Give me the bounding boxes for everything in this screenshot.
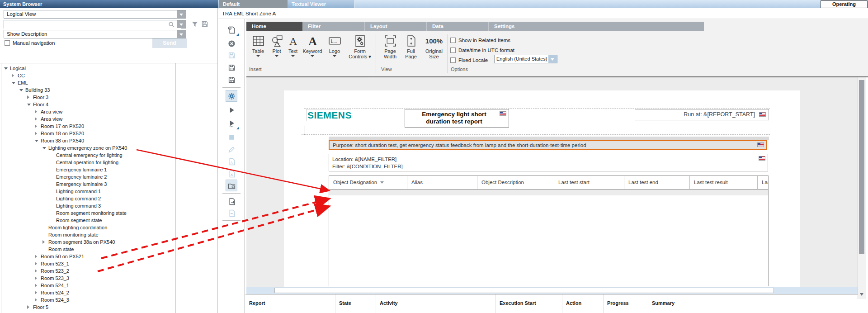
- collapse-arrow-icon[interactable]: [35, 140, 41, 142]
- locale-dropdown[interactable]: English (United States): [494, 55, 557, 63]
- run-at-box[interactable]: Run at: &[REPORT_START]: [635, 109, 769, 120]
- keyword-button[interactable]: AKeyword: [301, 33, 324, 64]
- execution-column-execution-start[interactable]: Execution Start: [496, 294, 562, 313]
- collapse-arrow-icon[interactable]: [27, 104, 33, 106]
- chevron-down-icon[interactable]: [177, 20, 186, 28]
- tree-item-central-emergency-for-lighting[interactable]: Central emergency for lighting: [1, 152, 175, 159]
- report-column-last-test-end[interactable]: Last test end: [624, 176, 690, 189]
- collapse-arrow-icon[interactable]: [19, 89, 25, 91]
- tree-item-eml[interactable]: EML: [1, 79, 175, 86]
- tree-item-room-524-2[interactable]: Room 524_2: [1, 289, 175, 296]
- expand-arrow-icon[interactable]: [35, 269, 41, 273]
- execution-column-report[interactable]: Report: [245, 294, 335, 313]
- tree-item-floor-5[interactable]: Floor 5: [1, 304, 175, 311]
- chevron-down-icon[interactable]: [291, 55, 295, 57]
- tree-item-room-50-on-px521[interactable]: Room 50 on PX521: [1, 253, 175, 260]
- show-in-related-items-checkbox[interactable]: [450, 38, 456, 43]
- tree-item-lighting-emergency-zone-on-px540[interactable]: Lighting emergency zone on PX540: [1, 144, 175, 152]
- save-data-icon[interactable]: [226, 74, 237, 85]
- table-button[interactable]: Table: [249, 33, 267, 64]
- filter-icon[interactable]: [191, 21, 198, 28]
- save-icon[interactable]: [226, 50, 237, 61]
- report-table-empty-row[interactable]: [329, 190, 768, 195]
- tree-item-room-18-on-px520[interactable]: Room 18 on PX520: [1, 130, 175, 137]
- report-title-box[interactable]: Emergency light short duration test repo…: [405, 109, 509, 128]
- horizontal-scrollbar-thumb[interactable]: [274, 288, 774, 293]
- expand-arrow-icon[interactable]: [12, 74, 18, 77]
- tree-item-floor-4[interactable]: Floor 4: [1, 101, 175, 108]
- execution-column-summary[interactable]: Summary: [648, 294, 858, 313]
- tree-item-room-segment-monitoring-state[interactable]: Room segment monitoring state: [1, 209, 175, 217]
- search-input[interactable]: [4, 20, 181, 29]
- expand-arrow-icon[interactable]: [35, 124, 41, 128]
- expand-arrow-icon[interactable]: [35, 284, 41, 287]
- tree-item-room-523-3[interactable]: Room 523_3: [1, 275, 175, 282]
- view-selector[interactable]: Logical View: [4, 10, 186, 19]
- viewer-tab-default[interactable]: Default: [219, 0, 288, 8]
- tree-item-room-segment-state[interactable]: Room segment state: [1, 217, 175, 224]
- vertical-scrollbar-thumb[interactable]: [859, 80, 864, 254]
- execution-column-activity[interactable]: Activity: [376, 294, 496, 313]
- expand-arrow-icon[interactable]: [35, 276, 41, 280]
- viewer-tab-textual-viewer[interactable]: Textual Viewer: [288, 0, 355, 8]
- collapse-arrow-icon[interactable]: [4, 67, 10, 70]
- cancel-icon[interactable]: [226, 38, 237, 49]
- expand-arrow-icon[interactable]: [42, 240, 48, 244]
- tree-item-room-524-3[interactable]: Room 524_3: [1, 296, 175, 304]
- execution-column-action[interactable]: Action: [562, 294, 604, 313]
- chevron-down-icon[interactable]: [311, 55, 314, 57]
- tree-item-lighting-command-1[interactable]: Lighting command 1: [1, 188, 175, 195]
- expand-arrow-icon[interactable]: [35, 110, 41, 114]
- full-page-button[interactable]: Full Page: [402, 33, 420, 64]
- expand-arrow-icon[interactable]: [27, 305, 33, 309]
- ribbon-tab-filter[interactable]: Filter: [302, 22, 364, 31]
- horizontal-scrollbar[interactable]: [246, 287, 858, 294]
- tree-item-emergency-luminaire-3[interactable]: Emergency luminaire 3: [1, 180, 175, 188]
- form-controls-button[interactable]: Form Controls ▾: [345, 33, 375, 64]
- logo-button[interactable]: L...Logo: [325, 33, 344, 64]
- expand-arrow-icon[interactable]: [35, 255, 41, 258]
- chevron-down-icon[interactable]: [177, 10, 186, 18]
- export-document-icon[interactable]: [226, 196, 237, 207]
- chevron-down-icon[interactable]: [333, 55, 336, 57]
- ribbon-tab-home[interactable]: Home: [246, 22, 302, 31]
- tree-item-room-monitoring-state[interactable]: Room monitoring state: [1, 231, 175, 238]
- page-width-button[interactable]: Page Width: [379, 33, 401, 64]
- scroll-down-arrow-icon[interactable]: [860, 293, 863, 296]
- report-column-alias[interactable]: Alias: [407, 176, 477, 189]
- tree-item-cc[interactable]: CC: [1, 72, 175, 79]
- report-column-last-test-start[interactable]: Last test start: [554, 176, 624, 189]
- fixed-locale-checkbox[interactable]: [450, 57, 456, 63]
- plot-button[interactable]: Plot: [268, 33, 285, 64]
- tree-item-room-17-on-px520[interactable]: Room 17 on PX520: [1, 123, 175, 130]
- tree-item-room-38-on-px540[interactable]: Room 38 on PX540: [1, 137, 175, 144]
- run-icon[interactable]: [226, 104, 237, 115]
- manual-navigation-checkbox[interactable]: [5, 40, 10, 46]
- chevron-down-icon[interactable]: [548, 55, 557, 63]
- tree-item-central-operation-for-lighting[interactable]: Central operation for lighting: [1, 159, 175, 166]
- run-options-icon[interactable]: [226, 118, 237, 129]
- report-column-las[interactable]: Las: [758, 176, 768, 189]
- new-report-icon[interactable]: [226, 24, 237, 35]
- execution-column-state[interactable]: State: [335, 294, 376, 313]
- tree-item-emergency-luminaire-2[interactable]: Emergency luminaire 2: [1, 173, 175, 180]
- report-column-object-description[interactable]: Object Description: [477, 176, 554, 189]
- expand-arrow-icon[interactable]: [35, 298, 41, 302]
- stop-icon[interactable]: [226, 132, 237, 142]
- settings-gear-icon[interactable]: [226, 90, 237, 101]
- restore-document-icon[interactable]: [226, 208, 237, 218]
- expand-arrow-icon[interactable]: [27, 95, 33, 99]
- export-excel-icon[interactable]: [226, 168, 237, 179]
- tree-item-area-view[interactable]: Area view: [1, 115, 175, 123]
- expand-arrow-icon[interactable]: [35, 262, 41, 266]
- chevron-down-icon[interactable]: [256, 55, 260, 57]
- report-column-last-test-result[interactable]: Last test result: [690, 176, 758, 189]
- save-search-icon[interactable]: [201, 20, 208, 28]
- split-menu-corner[interactable]: [236, 33, 239, 36]
- collapse-arrow-icon[interactable]: [12, 82, 18, 84]
- date-time-in-utc-format-checkbox[interactable]: [450, 47, 456, 53]
- save-as-icon[interactable]: [226, 62, 237, 73]
- purpose-box[interactable]: Purpose: short duration test, get emerge…: [329, 140, 767, 150]
- manage-reports-icon[interactable]: [226, 180, 237, 191]
- report-column-object-designation[interactable]: Object Designation: [329, 176, 407, 189]
